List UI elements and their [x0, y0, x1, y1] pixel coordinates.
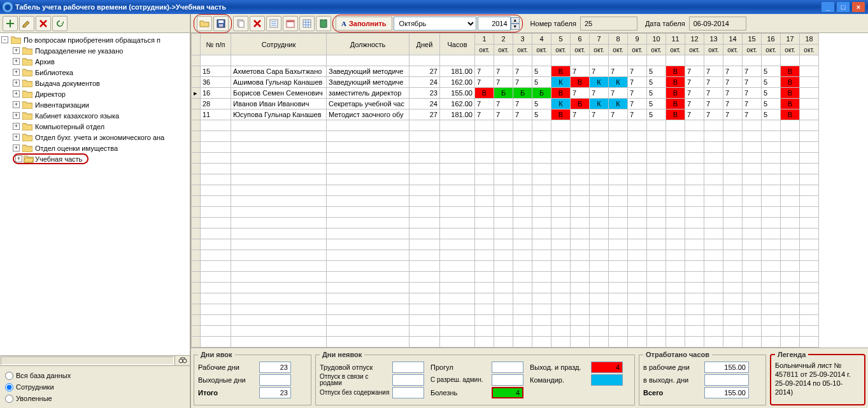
- tree-item-label[interactable]: Инвентаризации: [34, 101, 90, 109]
- tree-hscrollbar[interactable]: [1, 356, 174, 365]
- attendance-group: Дни явок Рабочие дни23 Выходные дни Итог…: [194, 351, 311, 405]
- year-up[interactable]: ▲: [511, 17, 520, 24]
- offdays-value: [259, 374, 291, 386]
- tree-toggle[interactable]: +: [13, 112, 20, 119]
- maximize-button[interactable]: □: [836, 1, 850, 13]
- calendar-button[interactable]: [283, 16, 298, 31]
- folder-icon: [22, 57, 32, 66]
- tree-toggle[interactable]: +: [13, 101, 20, 108]
- tree-item-label[interactable]: Отдел оценки имущества: [34, 144, 119, 152]
- book-button[interactable]: [316, 16, 331, 31]
- svg-rect-4: [219, 24, 223, 27]
- tree-toggle[interactable]: +: [15, 155, 22, 162]
- delete-button[interactable]: [36, 16, 51, 31]
- legend-text: Больничный лист № 457811 от 25-09-2014 г…: [775, 361, 860, 397]
- tree-toggle[interactable]: +: [13, 58, 20, 65]
- timesheet-number-value: 25: [580, 17, 637, 31]
- folder-icon: [22, 46, 32, 55]
- workdays-value: 23: [259, 362, 291, 373]
- folder-icon: [22, 79, 32, 87]
- radio-all[interactable]: Вся база данных: [5, 370, 185, 381]
- minimize-button[interactable]: _: [821, 1, 835, 13]
- hours-group: Отработано часов в рабочие дни155.00 в в…: [639, 351, 766, 405]
- month-select[interactable]: Октябрь: [394, 17, 476, 31]
- save-button[interactable]: [213, 16, 229, 31]
- tree-item-label[interactable]: Выдача документов: [34, 80, 101, 87]
- timesheet-grid[interactable]: № п/пСотрудникДолжностьДнейЧасов12345678…: [191, 33, 868, 348]
- tree-item-label[interactable]: Отдел бухг. учета и экономического ана: [34, 134, 166, 141]
- hours-offdays: [704, 374, 749, 386]
- radio-fired[interactable]: Уволенные: [5, 393, 185, 404]
- delete-row-button[interactable]: [250, 16, 265, 31]
- folder-icon: [22, 68, 32, 76]
- table-row[interactable]: 11Юсупова Гульнар КанашевМетодист заочно…: [192, 109, 819, 120]
- fill-button[interactable]: АЗаполнить: [336, 17, 392, 31]
- tree-toggle[interactable]: +: [13, 80, 20, 87]
- tree-item-label[interactable]: Учебная часть: [34, 155, 83, 163]
- absence-title: Дни неявок: [320, 351, 364, 358]
- hours-workdays: 155.00: [704, 362, 749, 373]
- table-row[interactable]: ▸16Борисов Семен Семеновичзаместитель ди…: [192, 88, 819, 99]
- tree-item-label[interactable]: Подразделение не указано: [34, 47, 124, 55]
- grid-button[interactable]: [299, 16, 315, 31]
- tree-toggle[interactable]: +: [13, 123, 20, 130]
- totaldays-value: 23: [259, 387, 291, 398]
- tree-toggle[interactable]: +: [13, 47, 20, 54]
- folder-icon: [22, 101, 32, 109]
- edit-button[interactable]: [19, 16, 34, 31]
- tree-item-label[interactable]: Кабинет казахского языка: [34, 112, 120, 120]
- legend-group: Легенда Больничный лист № 457811 от 25-0…: [770, 351, 865, 405]
- list-button[interactable]: [266, 16, 281, 31]
- refresh-button[interactable]: [52, 16, 68, 31]
- table-row[interactable]: 15Ахметова Сара БахытжаноЗаведующий мето…: [192, 66, 819, 77]
- absence-group: Дни неявок Трудовой отпуск Отпуск в связ…: [315, 351, 635, 405]
- trip-value: [591, 374, 623, 386]
- hours-title: Отработано часов: [643, 351, 712, 358]
- tree-toggle[interactable]: -: [1, 36, 8, 43]
- radio-employees[interactable]: Сотрудники: [5, 381, 185, 393]
- tree-item-label[interactable]: Компьютерный отдел: [34, 123, 106, 130]
- table-row[interactable]: 28Иванов Иван ИвановичСекретарь учебной …: [192, 99, 819, 109]
- legend-title: Легенда: [775, 351, 808, 358]
- close-button[interactable]: ×: [851, 1, 865, 13]
- tree-toggle[interactable]: +: [13, 90, 20, 97]
- open-button[interactable]: [197, 16, 212, 31]
- tree-toggle[interactable]: +: [13, 134, 20, 141]
- left-pane: -По вопросам приобретения обращаться п+П…: [0, 14, 191, 408]
- sick-value: 4: [492, 387, 523, 398]
- tree-toolbar: [0, 14, 190, 33]
- window-titlebar: ⬤ Табель учета рабочего времени (сотрудн…: [0, 0, 868, 14]
- tree-toggle[interactable]: +: [13, 69, 20, 76]
- org-tree[interactable]: -По вопросам приобретения обращаться п+П…: [0, 33, 190, 355]
- copy-button[interactable]: [233, 16, 248, 31]
- search-tree-icon[interactable]: [174, 356, 190, 365]
- tree-toggle[interactable]: +: [13, 144, 20, 151]
- hours-total: 155.00: [704, 387, 749, 398]
- year-input[interactable]: [478, 17, 511, 31]
- main-toolbar: АЗаполнить Октябрь ▲▼ Номер табеля 25 Да…: [191, 14, 868, 33]
- folder-icon: [22, 122, 32, 130]
- add-button[interactable]: [3, 16, 18, 31]
- svg-rect-3: [218, 20, 224, 23]
- year-down[interactable]: ▼: [511, 24, 520, 30]
- svg-point-1: [183, 359, 187, 363]
- tree-root-label[interactable]: По вопросам приобретения обращаться п: [22, 36, 162, 44]
- admin-value: [492, 374, 523, 386]
- svg-point-0: [179, 359, 183, 363]
- tree-item-label[interactable]: Директор: [34, 90, 67, 98]
- timesheet-date-value: 06-09-2014: [689, 17, 746, 31]
- timesheet-date-label: Дата табеля: [645, 20, 685, 27]
- tree-item-label[interactable]: Библиотека: [34, 69, 75, 76]
- filter-radios: Вся база данных Сотрудники Уволенные: [0, 365, 190, 408]
- svg-rect-9: [287, 20, 294, 22]
- folder-icon: [22, 90, 32, 98]
- tree-item-label[interactable]: Архив: [34, 58, 56, 66]
- folder-icon: [11, 36, 21, 44]
- svg-rect-6: [239, 21, 244, 27]
- table-row[interactable]: 36Ашимова Гульнар КанашевЗаведующий мето…: [192, 77, 819, 88]
- app-icon: ⬤: [3, 2, 13, 12]
- vacation-value: [392, 362, 424, 373]
- window-title: Табель учета рабочего времени (сотрудник…: [15, 3, 226, 11]
- tree-scrollbar-row: [0, 355, 190, 365]
- unpaid-value: [392, 387, 424, 398]
